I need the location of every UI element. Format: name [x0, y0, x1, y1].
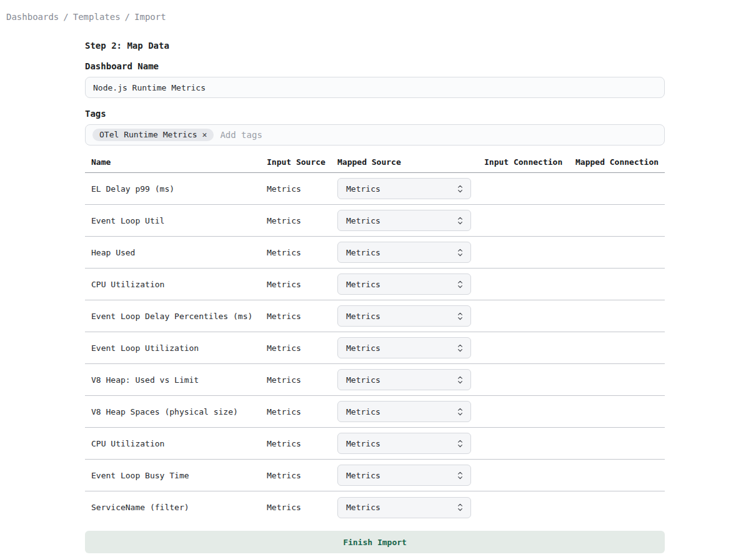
table-row: Event Loop Delay Percentiles (ms) Metric… — [85, 300, 665, 332]
select-updown-chevron-icon — [457, 312, 464, 321]
row-input-source: Metrics — [267, 248, 337, 257]
add-tags-input[interactable] — [220, 130, 659, 140]
tags-label: Tags — [85, 109, 665, 119]
mapped-source-select[interactable]: Metrics — [337, 210, 471, 231]
table-row: CPU Utilization Metrics Metrics — [85, 269, 665, 300]
dashboard-name-label: Dashboard Name — [85, 61, 665, 71]
mapped-source-select[interactable]: Metrics — [337, 242, 471, 263]
row-name: ServiceName (filter) — [91, 503, 267, 512]
row-name: Event Loop Delay Percentiles (ms) — [91, 312, 267, 321]
breadcrumb-item-templates[interactable]: Templates — [73, 12, 121, 22]
select-updown-chevron-icon — [457, 343, 464, 353]
row-input-source: Metrics — [267, 471, 337, 480]
mapped-source-select[interactable]: Metrics — [337, 178, 471, 199]
row-input-source: Metrics — [267, 184, 337, 194]
breadcrumb-separator: / — [125, 12, 130, 22]
mapped-source-select[interactable]: Metrics — [337, 305, 471, 327]
table-row: EL Delay p99 (ms) Metrics Metrics — [85, 173, 665, 205]
select-updown-chevron-icon — [457, 184, 464, 194]
table-body: EL Delay p99 (ms) Metrics Metrics Event … — [85, 173, 665, 523]
table-row: ServiceName (filter) Metrics Metrics — [85, 491, 665, 523]
row-name: V8 Heap: Used vs Limit — [91, 375, 267, 385]
mapped-source-select[interactable]: Metrics — [337, 274, 471, 295]
row-name: V8 Heap Spaces (physical size) — [91, 407, 267, 417]
column-header-mapped-source: Mapped Source — [337, 157, 484, 172]
table-row: V8 Heap: Used vs Limit Metrics Metrics — [85, 364, 665, 396]
mapped-source-value: Metrics — [346, 503, 380, 512]
row-input-source: Metrics — [267, 312, 337, 321]
mapped-source-select[interactable]: Metrics — [337, 369, 471, 390]
mapped-source-value: Metrics — [346, 184, 380, 194]
mapped-source-select[interactable]: Metrics — [337, 465, 471, 486]
select-updown-chevron-icon — [457, 280, 464, 289]
row-name: CPU Utilization — [91, 439, 267, 448]
mapped-source-value: Metrics — [346, 407, 380, 417]
table-header-row: Name Input Source Mapped Source Input Co… — [85, 145, 665, 173]
mapped-source-value: Metrics — [346, 280, 380, 289]
mapped-source-select[interactable]: Metrics — [337, 337, 471, 358]
table-row: Event Loop Busy Time Metrics Metrics — [85, 460, 665, 491]
breadcrumb-item-dashboards[interactable]: Dashboards — [6, 12, 59, 22]
mapping-table: Name Input Source Mapped Source Input Co… — [85, 145, 665, 523]
mapped-source-value: Metrics — [346, 248, 380, 257]
select-updown-chevron-icon — [457, 248, 464, 257]
import-wizard-panel: Step 2: Map Data Dashboard Name Tags OTe… — [85, 41, 665, 553]
row-input-source: Metrics — [267, 280, 337, 289]
select-updown-chevron-icon — [457, 375, 464, 385]
column-header-mapped-connection: Mapped Connection — [575, 157, 665, 172]
select-updown-chevron-icon — [457, 471, 464, 480]
tag-chip: OTel Runtime Metrics ✕ — [92, 129, 214, 141]
row-name: Event Loop Utilization — [91, 343, 267, 353]
mapped-source-select[interactable]: Metrics — [337, 401, 471, 422]
row-input-source: Metrics — [267, 439, 337, 448]
tag-chip-label: OTel Runtime Metrics — [99, 130, 197, 139]
mapped-source-select[interactable]: Metrics — [337, 497, 471, 518]
row-input-source: Metrics — [267, 375, 337, 385]
table-row: V8 Heap Spaces (physical size) Metrics M… — [85, 396, 665, 428]
row-name: Event Loop Busy Time — [91, 471, 267, 480]
step-heading: Step 2: Map Data — [85, 41, 665, 51]
mapped-source-select[interactable]: Metrics — [337, 433, 471, 454]
column-header-name: Name — [91, 157, 267, 172]
tags-field[interactable]: OTel Runtime Metrics ✕ — [85, 124, 665, 145]
column-header-input-source: Input Source — [267, 157, 337, 172]
breadcrumb-separator: / — [63, 12, 68, 22]
tag-remove-icon[interactable]: ✕ — [202, 131, 207, 139]
row-input-source: Metrics — [267, 503, 337, 512]
mapped-source-value: Metrics — [346, 375, 380, 385]
row-input-source: Metrics — [267, 343, 337, 353]
table-row: Event Loop Utilization Metrics Metrics — [85, 332, 665, 364]
select-updown-chevron-icon — [457, 439, 464, 448]
mapped-source-value: Metrics — [346, 439, 380, 448]
mapped-source-value: Metrics — [346, 216, 380, 225]
table-row: Event Loop Util Metrics Metrics — [85, 205, 665, 237]
row-name: CPU Utilization — [91, 280, 267, 289]
dashboard-name-input[interactable] — [85, 77, 665, 98]
row-name: Event Loop Util — [91, 216, 267, 225]
mapped-source-value: Metrics — [346, 312, 380, 321]
breadcrumb-item-import[interactable]: Import — [134, 12, 166, 22]
select-updown-chevron-icon — [457, 503, 464, 512]
row-name: EL Delay p99 (ms) — [91, 184, 267, 194]
table-row: Heap Used Metrics Metrics — [85, 237, 665, 269]
row-input-source: Metrics — [267, 216, 337, 225]
select-updown-chevron-icon — [457, 216, 464, 225]
mapped-source-value: Metrics — [346, 471, 380, 480]
row-name: Heap Used — [91, 248, 267, 257]
breadcrumb: Dashboards/Templates/Import — [0, 0, 756, 22]
row-input-source: Metrics — [267, 407, 337, 417]
column-header-input-connection: Input Connection — [484, 157, 575, 172]
select-updown-chevron-icon — [457, 407, 464, 417]
table-row: CPU Utilization Metrics Metrics — [85, 428, 665, 460]
finish-import-button[interactable]: Finish Import — [85, 531, 665, 553]
mapped-source-value: Metrics — [346, 343, 380, 353]
